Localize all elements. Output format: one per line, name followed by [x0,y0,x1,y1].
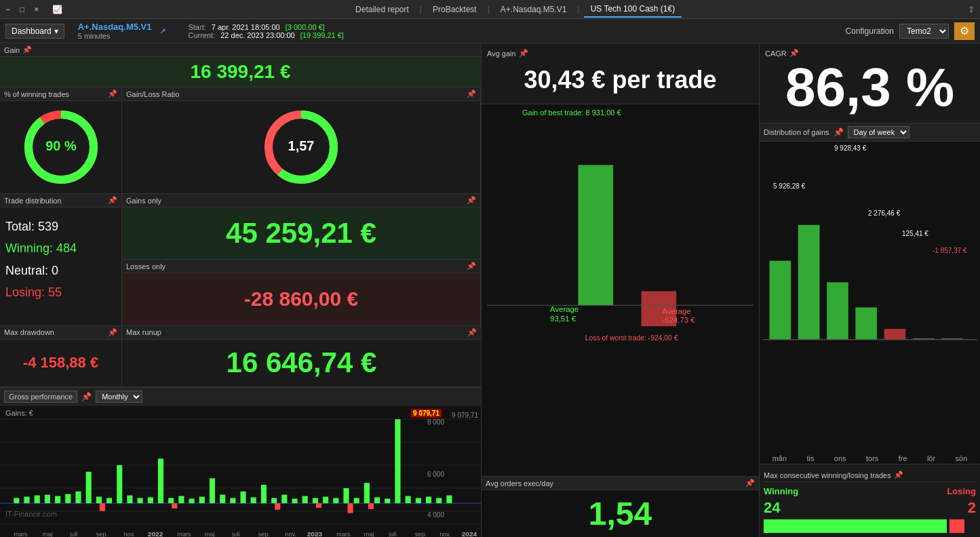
svg-rect-51 [385,498,390,503]
current-value: [19 399,21 €] [300,31,344,39]
svg-rect-29 [158,458,163,503]
svg-rect-61 [316,503,321,508]
maximize-btn[interactable]: □ [20,5,24,14]
svg-text:sep.: sep. [415,530,427,537]
svg-rect-59 [172,503,177,509]
svg-rect-82 [578,165,613,305]
svg-text:mars: mars [14,530,28,537]
runup-label: Max runup [126,328,161,336]
dist-header: Distribution of gains 📌 Day of week Mont… [760,123,980,142]
svg-text:2023: 2023 [307,530,323,537]
svg-rect-36 [230,498,235,503]
losses-only-label: Losses only [126,262,165,271]
gain-pin-icon[interactable]: 📌 [22,45,32,54]
start-value: [3 000,00 €] [286,23,325,31]
svg-rect-28 [148,497,153,503]
svg-rect-56 [436,498,442,503]
winning-pct-pin[interactable]: 📌 [108,90,117,98]
gross-perf-button[interactable]: Gross performance [4,391,77,403]
svg-text:juli: juli [388,530,396,537]
winning-pct-donut: 90 % [0,101,121,193]
svg-text:-524,73 €: -524,73 € [663,316,696,324]
svg-rect-52 [395,419,400,503]
svg-text:sep.: sep. [258,530,270,537]
best-trade-label: Gain of best trade: 8 931,00 € [522,108,621,117]
svg-text:maj: maj [364,530,374,537]
svg-rect-60 [275,503,280,510]
trade-winning: Winning: 484 [5,237,116,259]
day-thu: tors [866,454,878,462]
close-btn[interactable]: × [34,5,39,14]
donut-winning: 90 % [20,106,102,188]
trade-dist-panel: Trade distribution 📌 Total: 539 Winning:… [0,194,122,325]
svg-rect-63 [368,503,374,509]
gain-label: Gain [4,46,20,54]
trade-dist-pin[interactable]: 📌 [108,196,117,205]
svg-rect-91 [798,225,820,340]
dist-thu-val: 125,41 € [902,230,928,237]
consecutive-losing-value: 2 [968,499,976,517]
strategy-link-icon[interactable]: ↗ [159,26,166,36]
avg-orders-pin[interactable]: 📌 [745,479,755,488]
tab-bar: Detailed report | ProBacktest | A+.Nasda… [349,1,682,18]
svg-rect-15 [14,498,19,503]
runup-value: 16 646,74 € [122,340,481,386]
tab-strategy[interactable]: A+.Nasdaq.M5.V1 [494,2,574,17]
svg-rect-94 [884,329,906,340]
chart-label: Gains: € [5,409,33,417]
strategy-info: A+.Nasdaq.M5.V1 5 minutes [78,22,152,40]
consecutive-pin[interactable]: 📌 [894,471,903,479]
dist-select[interactable]: Day of week Month [848,126,909,138]
minimize-btn[interactable]: − [5,5,10,14]
trade-total: Total: 539 [5,216,116,237]
svg-text:juli: juli [231,530,239,537]
share-icon[interactable]: ⇪ [968,5,975,14]
gross-perf-pin[interactable]: 📌 [81,392,92,401]
avg-gain-value: 30,43 € per trade [487,62,753,98]
svg-text:2024: 2024 [462,530,477,537]
gains-losses-panel: Gains only 📌 45 259,21 € Losses only 📌 -… [122,194,481,325]
tab-detailed-report[interactable]: Detailed report [349,2,416,17]
config-select[interactable]: Temo2 Default [899,24,949,39]
svg-text:mars: mars [177,530,191,537]
winning-pct-panel: % of winning trades 📌 90 % [0,87,122,193]
svg-rect-47 [343,488,349,502]
drawdown-pin[interactable]: 📌 [108,328,117,337]
svg-rect-93 [855,307,877,340]
y-label-6000: 6 000 [427,471,444,478]
drawdown-value: -4 158,88 € [0,340,121,386]
gain-value: 16 399,21 € [0,57,481,87]
dist-gains-row: Trade distribution 📌 Total: 539 Winning:… [0,194,481,326]
consecutive-losing-label: Losing [947,486,976,496]
gain-loss-pin[interactable]: 📌 [467,90,476,98]
tab-instrument[interactable]: US Tech 100 Cash (1€) [584,1,682,18]
losses-only-pin[interactable]: 📌 [467,262,476,271]
dashboard-button[interactable]: Dashboard ▾ [5,24,64,39]
cagr-label: CAGR [765,49,787,58]
dist-pin[interactable]: 📌 [834,127,844,137]
chevron-down-icon: ▾ [54,26,58,36]
svg-rect-45 [323,496,328,503]
config-button[interactable]: ⚙ [954,22,975,40]
drawdown-panel: Max drawdown 📌 -4 158,88 € [0,326,122,386]
avg-gain-pin[interactable]: 📌 [519,49,528,58]
svg-rect-53 [406,496,411,503]
chart-icon: 📈 [52,5,62,14]
second-bar-right: Configuration Temo2 Default ⚙ [846,22,975,40]
avg-gain-label: Avg gain [487,49,516,58]
consecutive-section: Max consecutive winning/losing trades 📌 … [760,464,980,537]
gains-only-pin[interactable]: 📌 [467,196,476,205]
svg-rect-33 [199,496,205,503]
svg-rect-16 [24,496,29,503]
gains-only-label: Gains only [126,197,161,205]
consecutive-red-bar [949,519,964,533]
period-select[interactable]: Monthly Weekly Daily Yearly [96,391,142,403]
svg-text:Loss of worst trade: -924,00 €: Loss of worst trade: -924,00 € [585,334,678,342]
runup-pin[interactable]: 📌 [467,328,477,337]
mid-panel: Avg gain 📌 30,43 € per trade Gain of bes… [482,43,760,537]
second-bar: Dashboard ▾ A+.Nasdaq.M5.V1 5 minutes ↗ … [0,19,980,43]
svg-rect-39 [261,485,267,503]
tab-probacktest[interactable]: ProBacktest [426,2,484,17]
window-controls: − □ × 📈 [5,5,62,14]
trade-neutral: Neutral: 0 [5,260,116,281]
